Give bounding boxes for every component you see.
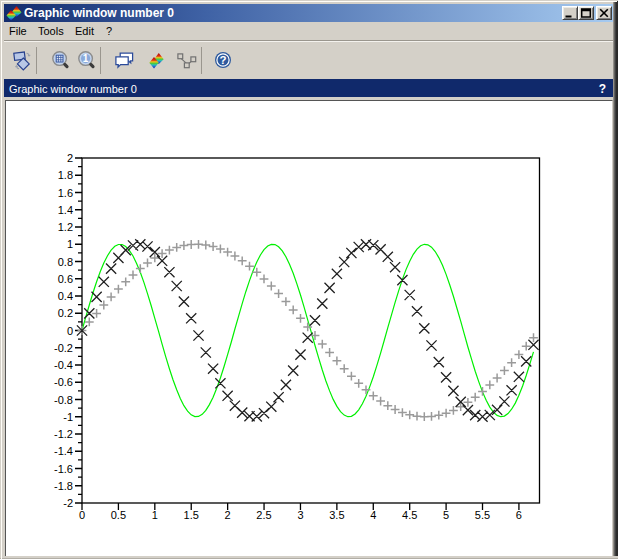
svg-text:0.4: 0.4 xyxy=(58,290,73,302)
svg-text:1.2: 1.2 xyxy=(58,221,73,233)
svg-text:-1.2: -1.2 xyxy=(54,428,73,440)
svg-text:3.5: 3.5 xyxy=(329,509,344,521)
svg-text:-1.8: -1.8 xyxy=(54,480,73,492)
svg-text:2: 2 xyxy=(225,509,231,521)
svg-text:0.2: 0.2 xyxy=(58,307,73,319)
svg-text:-0.8: -0.8 xyxy=(54,394,73,406)
svg-text:1: 1 xyxy=(83,53,89,64)
svg-text:1.4: 1.4 xyxy=(58,204,73,216)
svg-text:-1.6: -1.6 xyxy=(54,463,73,475)
svg-text:4.5: 4.5 xyxy=(402,509,417,521)
svg-text:0.8: 0.8 xyxy=(58,256,73,268)
svg-text:0: 0 xyxy=(67,325,73,337)
svg-text:0.5: 0.5 xyxy=(111,509,126,521)
svg-text:0: 0 xyxy=(79,509,85,521)
svg-text:1.5: 1.5 xyxy=(184,509,199,521)
svg-text:0.6: 0.6 xyxy=(58,273,73,285)
svg-text:?: ? xyxy=(219,54,226,66)
svg-text:-0.2: -0.2 xyxy=(54,342,73,354)
svg-text:3: 3 xyxy=(297,509,303,521)
svg-text:1.6: 1.6 xyxy=(58,187,73,199)
svg-text:-0.4: -0.4 xyxy=(54,359,73,371)
svg-text:2: 2 xyxy=(67,152,73,164)
svg-text:6: 6 xyxy=(516,509,522,521)
svg-text:1: 1 xyxy=(152,509,158,521)
svg-text:2.5: 2.5 xyxy=(256,509,271,521)
svg-text:-1: -1 xyxy=(63,411,73,423)
svg-text:5.5: 5.5 xyxy=(475,509,490,521)
svg-text:-0.6: -0.6 xyxy=(54,376,73,388)
svg-text:-2: -2 xyxy=(63,497,73,509)
svg-text:4: 4 xyxy=(370,509,376,521)
svg-text:-1.4: -1.4 xyxy=(54,445,73,457)
svg-text:5: 5 xyxy=(443,509,449,521)
svg-text:1.8: 1.8 xyxy=(58,169,73,181)
svg-text:1: 1 xyxy=(67,238,73,250)
